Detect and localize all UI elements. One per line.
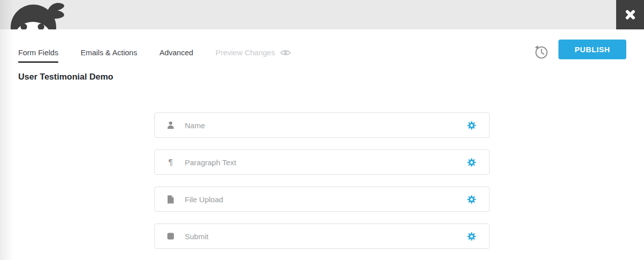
tab-form-fields[interactable]: Form Fields [18, 48, 58, 63]
gear-icon[interactable] [467, 195, 476, 204]
form-fields-canvas: Name ¶ Paragraph Text [154, 113, 490, 249]
field-row-paragraph-text[interactable]: ¶ Paragraph Text [154, 150, 490, 175]
field-row-submit[interactable]: Submit [154, 224, 490, 249]
publish-button[interactable]: PUBLISH [558, 40, 626, 59]
field-row-name[interactable]: Name [154, 113, 490, 138]
tab-label: Form Fields [18, 48, 58, 57]
eye-icon [280, 49, 291, 56]
gear-icon[interactable] [467, 158, 476, 167]
field-row-file-upload[interactable]: File Upload [154, 187, 490, 212]
history-undo-icon [533, 44, 549, 60]
field-label: Name [185, 121, 205, 130]
left-edge-shadow [0, 0, 13, 260]
app-header [0, 0, 644, 29]
tab-label: Emails & Actions [80, 48, 137, 57]
tab-advanced[interactable]: Advanced [159, 48, 193, 61]
form-title[interactable]: User Testimonial Demo [18, 72, 113, 82]
history-button[interactable] [533, 44, 549, 60]
gear-icon[interactable] [467, 121, 476, 130]
close-button[interactable] [616, 0, 644, 29]
field-label: Submit [185, 232, 209, 241]
ninja-forms-logo [9, 0, 67, 29]
close-icon [624, 9, 636, 21]
tab-preview-changes[interactable]: Preview Changes [216, 48, 292, 61]
tab-label: Preview Changes [216, 48, 275, 57]
gear-icon[interactable] [467, 232, 476, 241]
builder-tabs: Form Fields Emails & Actions Advanced Pr… [18, 48, 291, 63]
button-icon [166, 233, 175, 240]
pilcrow-icon: ¶ [166, 158, 175, 167]
file-icon [166, 195, 175, 204]
tab-label: Advanced [159, 48, 193, 57]
field-label: Paragraph Text [185, 158, 236, 167]
user-icon [166, 121, 175, 129]
tab-emails-actions[interactable]: Emails & Actions [80, 48, 137, 61]
field-label: File Upload [185, 195, 223, 204]
